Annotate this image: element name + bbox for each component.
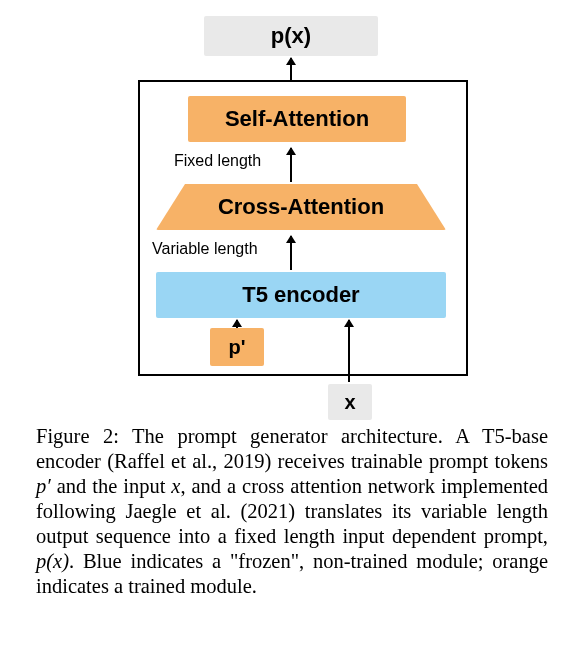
caption-prefix: Figure 2: — [36, 425, 132, 447]
p-prime-block: p' — [210, 328, 264, 366]
figure-caption: Figure 2: The prompt generator architect… — [18, 418, 566, 599]
figure: p(x) Self-Attention Fixed length Cross-A… — [0, 0, 584, 599]
caption-body-2: and the input — [51, 475, 172, 497]
architecture-diagram: p(x) Self-Attention Fixed length Cross-A… — [18, 8, 566, 418]
self-attention-block: Self-Attention — [188, 96, 406, 142]
arrow-pprime-to-t5 — [236, 320, 238, 328]
caption-px: p(x) — [36, 550, 69, 572]
variable-length-label: Variable length — [152, 240, 258, 258]
x-input-label: x — [344, 391, 355, 414]
arrow-t5-to-cross — [290, 236, 292, 270]
t5-encoder-label: T5 encoder — [242, 282, 359, 308]
p-prime-label: p' — [229, 336, 246, 359]
caption-body-4: . Blue indicates a "frozen", non-trained… — [36, 550, 548, 597]
arrow-x-to-t5 — [348, 320, 350, 382]
self-attention-label: Self-Attention — [225, 106, 369, 132]
cross-attention-block: Cross-Attention — [156, 184, 446, 230]
x-input-block: x — [328, 384, 372, 420]
output-p-of-x-block: p(x) — [204, 16, 378, 56]
cross-attention-label: Cross-Attention — [218, 194, 384, 220]
t5-encoder-block: T5 encoder — [156, 272, 446, 318]
output-label: p(x) — [271, 23, 311, 49]
fixed-length-label: Fixed length — [174, 152, 261, 170]
arrow-cross-to-self — [290, 148, 292, 182]
caption-pprime: p′ — [36, 475, 51, 497]
